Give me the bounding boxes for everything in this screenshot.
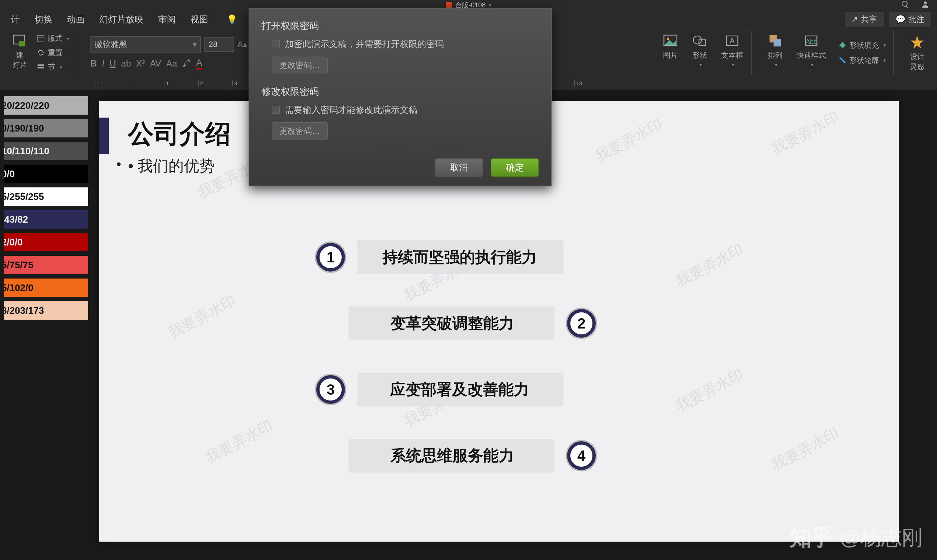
watermark: 我要弄水印 [768, 423, 843, 475]
watermark: 我要弄水印 [592, 114, 666, 166]
modify-checkbox[interactable] [272, 106, 280, 114]
capability-num-1: 1 [316, 243, 345, 272]
swatch-6[interactable]: 2/0/0 [4, 233, 88, 251]
shapes-button[interactable]: 形状 [690, 31, 710, 74]
swatch-1[interactable]: 0/190/190 [4, 119, 88, 137]
comments-button[interactable]: 💬批注 [889, 12, 931, 27]
open-password-title: 打开权限密码 [261, 20, 539, 32]
watermark: 我要弄水印 [768, 106, 843, 159]
tab-transitions[interactable]: 切换 [27, 11, 60, 28]
tab-slideshow[interactable]: 幻灯片放映 [92, 11, 151, 28]
swatch-2[interactable]: 10/110/110 [4, 142, 88, 160]
svg-rect-6 [37, 66, 44, 68]
capability-text-3: 应变部署及改善能力 [357, 372, 563, 406]
swatch-7[interactable]: 5/75/75 [4, 256, 88, 274]
svg-text:A: A [730, 37, 735, 45]
cancel-button[interactable]: 取消 [435, 158, 483, 177]
svg-point-8 [667, 37, 669, 40]
italic-button[interactable]: I [102, 58, 105, 69]
reset-button[interactable]: 重置 [35, 47, 71, 58]
encrypt-checkbox[interactable] [272, 40, 280, 48]
underline-button[interactable]: U [110, 58, 116, 69]
svg-rect-14 [774, 39, 781, 47]
encrypt-checkbox-row[interactable]: 加密此演示文稿，并需要打开权限的密码 [272, 38, 539, 50]
watermark: 我要弄水印 [202, 415, 276, 468]
color-palette-sidebar: 20/220/220 0/190/190 10/110/110 0/0 5/25… [0, 90, 92, 560]
change-case-button[interactable]: Aa [166, 58, 177, 69]
title-bar-actions [901, 0, 930, 10]
share-button[interactable]: ↗共享 [845, 12, 884, 27]
capability-row-3[interactable]: 3 应变部署及改善能力 [316, 372, 563, 406]
slide-title[interactable]: 公司介绍 [128, 117, 231, 151]
design-ideas-button[interactable]: 设计 灵感 [907, 33, 928, 73]
swatch-4[interactable]: 5/255/255 [4, 188, 88, 206]
bold-button[interactable]: B [91, 58, 97, 69]
capability-text-4: 系统思维服务能力 [349, 439, 555, 472]
tab-design[interactable]: 计 [4, 11, 27, 28]
capability-row-4[interactable]: 系统思维服务能力 4 [349, 439, 596, 472]
shape-outline-button[interactable]: 形状轮廓 [837, 55, 888, 66]
password-dialog: 打开权限密码 加密此演示文稿，并需要打开权限的密码 更改密码… 修改权限密码 需… [249, 8, 552, 186]
spacing-button[interactable]: AV [150, 58, 161, 69]
capability-num-4: 4 [567, 441, 596, 470]
font-family-select[interactable]: 微软雅黑▾ [91, 36, 201, 52]
bullet-icon [117, 162, 120, 166]
picture-button[interactable]: 图片 [660, 31, 681, 74]
svg-point-9 [693, 36, 701, 44]
zhihu-author: @杨志刚 [840, 524, 922, 552]
watermark: 我要弄水印 [673, 364, 747, 416]
arrange-button[interactable]: 排列 [765, 31, 786, 74]
font-color-button[interactable]: A [196, 58, 202, 69]
capability-text-2: 变革突破调整能力 [349, 306, 555, 340]
change-open-password-button[interactable]: 更改密码… [272, 57, 328, 74]
quick-styles-button[interactable]: Abc快速样式 [794, 31, 828, 74]
svg-text:Abc: Abc [806, 38, 817, 45]
capability-text-1: 持续而坚强的执行能力 [357, 240, 563, 274]
swatch-5[interactable]: /43/82 [4, 210, 88, 229]
tell-me-icon[interactable]: 💡 [219, 11, 245, 28]
swatch-9[interactable]: 8/203/173 [4, 301, 88, 320]
dropdown-caret-icon[interactable]: ▾ [489, 2, 491, 8]
modify-checkbox-row[interactable]: 需要输入密码才能修改此演示文稿 [272, 104, 539, 116]
slide-subtitle[interactable]: • 我们的优势 [128, 156, 215, 176]
shape-fill-button[interactable]: 形状填充 [837, 40, 888, 51]
ok-button[interactable]: 确定 [491, 158, 539, 177]
title-accent-bar [99, 118, 109, 154]
share-icon: ↗ [851, 15, 858, 24]
watermark: 我要弄水印 [673, 239, 747, 291]
zhihu-watermark: 知乎 @杨志刚 [790, 523, 922, 553]
increase-font-icon[interactable]: A▴ [238, 40, 247, 49]
highlight-button[interactable]: 🖍 [182, 58, 191, 69]
search-icon[interactable] [901, 0, 910, 10]
user-icon[interactable] [921, 0, 930, 10]
comment-icon: 💬 [895, 15, 905, 24]
capability-num-2: 2 [567, 309, 596, 338]
svg-rect-3 [37, 35, 44, 42]
swatch-3[interactable]: 0/0 [4, 165, 88, 183]
svg-point-0 [924, 2, 927, 5]
font-size-select[interactable]: 28 [204, 37, 234, 52]
tab-view[interactable]: 视图 [183, 11, 216, 28]
tab-animations[interactable]: 动画 [60, 11, 92, 28]
watermark: 我要弄水印 [165, 290, 239, 343]
svg-rect-5 [37, 64, 44, 66]
strikethrough-button[interactable]: ab [121, 58, 131, 69]
section-button[interactable]: 节 [35, 62, 71, 73]
encrypt-label: 加密此演示文稿，并需要打开权限的密码 [285, 38, 444, 50]
tab-review[interactable]: 审阅 [151, 11, 183, 28]
swatch-8[interactable]: 5/102/0 [4, 278, 88, 297]
modify-label: 需要输入密码才能修改此演示文稿 [285, 104, 417, 116]
capability-row-2[interactable]: 变革突破调整能力 2 [349, 306, 596, 340]
swatch-0[interactable]: 20/220/220 [4, 96, 88, 115]
superscript-button[interactable]: X² [136, 58, 145, 69]
modify-password-title: 修改权限密码 [261, 85, 539, 98]
zhihu-logo: 知乎 [790, 523, 832, 553]
powerpoint-icon [446, 2, 452, 8]
layout-button[interactable]: 版式 [35, 33, 71, 44]
change-modify-password-button[interactable]: 更改密码… [272, 122, 328, 140]
svg-rect-2 [19, 41, 25, 46]
capability-num-3: 3 [316, 375, 345, 404]
new-slide-button[interactable]: 建 灯片 [9, 31, 30, 74]
capability-row-1[interactable]: 1 持续而坚强的执行能力 [316, 240, 563, 274]
textbox-button[interactable]: A文本框 [719, 31, 746, 74]
